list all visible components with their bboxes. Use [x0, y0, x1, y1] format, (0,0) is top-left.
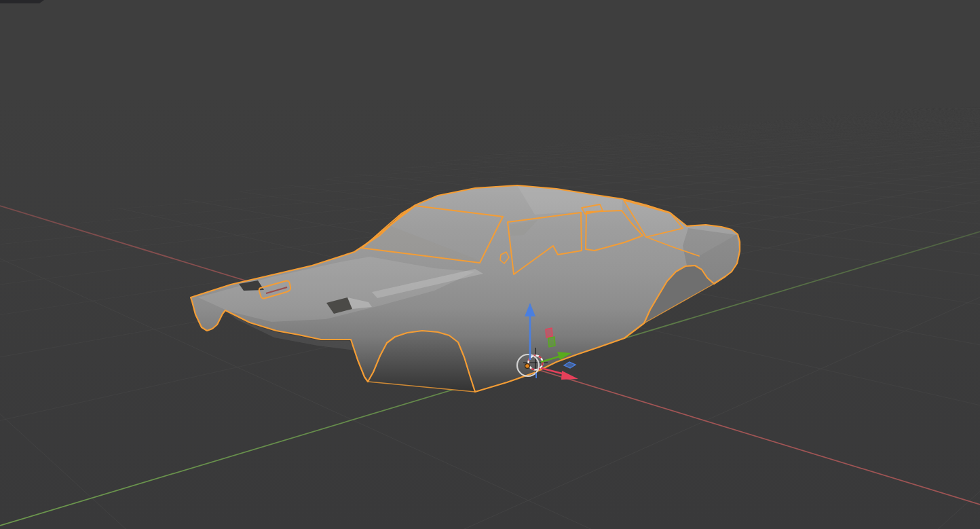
topbar-fragment — [0, 0, 44, 3]
3d-viewport[interactable] — [0, 0, 980, 529]
viewport-canvas[interactable] — [0, 0, 980, 529]
gizmo-plane-yz[interactable] — [548, 337, 555, 347]
gizmo-plane-xz[interactable] — [546, 328, 552, 338]
gizmo-x-arrow[interactable] — [541, 368, 578, 380]
selected-car-mesh[interactable] — [191, 185, 740, 392]
gizmo-plane-xy[interactable] — [564, 362, 576, 368]
object-origin-dot — [525, 364, 530, 369]
